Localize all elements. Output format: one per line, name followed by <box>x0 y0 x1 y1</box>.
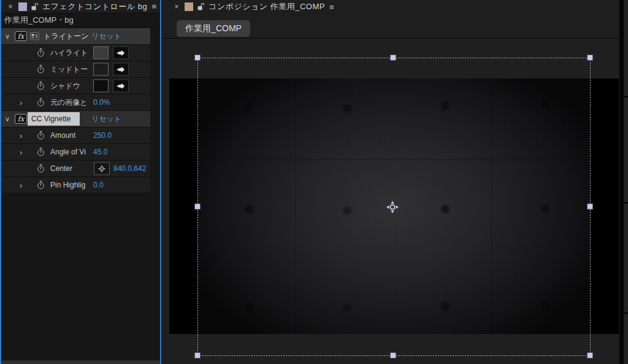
param-label: ミッドトー <box>50 64 88 75</box>
effect-controls-header: × エフェクトコントロール bg ≡ <box>1 0 160 13</box>
effect-icon <box>30 32 39 40</box>
composition-tab-strip: 作業用_COMP <box>161 13 619 39</box>
pin-value[interactable]: 0.0 <box>93 181 104 189</box>
texture-seam <box>491 78 492 334</box>
effect-name-tritone: トライトーン <box>44 31 88 42</box>
selection-handle-top-right[interactable] <box>587 55 593 61</box>
close-panel-icon[interactable]: × <box>7 2 14 11</box>
selection-handle-mid-right[interactable] <box>587 203 593 210</box>
param-label: シャドウ <box>50 81 80 91</box>
stopwatch-icon[interactable] <box>37 181 45 190</box>
selection-handle-bottom-center[interactable] <box>390 352 396 358</box>
selection-handle-bottom-left[interactable] <box>194 352 201 358</box>
param-row-blend-original: › 元の画像と 0.0% <box>1 94 150 111</box>
composition-title: コンポジション 作業用_COMP <box>209 1 325 12</box>
texture-seam <box>295 78 296 334</box>
eyedropper-icon[interactable] <box>113 80 129 93</box>
selection-handle-top-center[interactable] <box>390 55 396 61</box>
composition-header: × コンポジション 作業用_COMP ≡ <box>161 0 619 13</box>
reset-tritone-link[interactable]: リセット <box>91 31 121 42</box>
highlights-color-swatch[interactable] <box>93 47 109 59</box>
param-row-center: Center 840.0,642 <box>1 161 150 177</box>
stopwatch-icon[interactable] <box>37 131 45 140</box>
effect-name-cc-vignette[interactable]: CC Vignette <box>28 112 80 126</box>
selection-handle-top-left[interactable] <box>194 55 201 61</box>
reset-vignette-link[interactable]: リセット <box>91 114 121 124</box>
selection-handle-bottom-right[interactable] <box>587 352 593 358</box>
angle-value[interactable]: 45.0 <box>93 148 107 156</box>
close-panel-icon[interactable]: × <box>173 2 180 11</box>
form-tie-holes <box>245 103 253 112</box>
effect-parameter-list: ∨ fx トライトーン リセット ハイライト <box>1 28 160 360</box>
chevron-right-icon[interactable]: › <box>20 148 22 157</box>
eyedropper-icon[interactable] <box>113 63 129 76</box>
stopwatch-icon[interactable] <box>37 48 45 58</box>
eyedropper-icon[interactable] <box>113 47 129 59</box>
panel-divider <box>624 96 628 97</box>
param-row-midtones: ミッドトー <box>1 61 150 78</box>
composition-tab[interactable]: 作業用_COMP <box>177 20 250 37</box>
panel-gap <box>619 0 624 364</box>
selection-handle-mid-left[interactable] <box>194 203 201 210</box>
comp-layer-breadcrumb: 作業用_COMP・bg <box>1 13 160 28</box>
fx-toggle-icon[interactable]: fx <box>15 114 27 124</box>
stopwatch-icon[interactable] <box>37 65 45 74</box>
adjacent-panel-sliver <box>624 0 628 364</box>
param-label: Amount <box>50 131 75 140</box>
stopwatch-icon[interactable] <box>37 82 45 91</box>
effect-header-cc-vignette[interactable]: ∨ fx CC Vignette リセット <box>1 111 150 127</box>
panel-group-color-chip <box>18 2 27 11</box>
point-crosshair-icon[interactable] <box>94 162 110 175</box>
panel-menu-icon[interactable]: ≡ <box>151 2 156 11</box>
stopwatch-icon[interactable] <box>37 148 45 157</box>
param-label: Center <box>50 164 72 173</box>
after-effects-workspace: { "colors": { "active_panel_border_blue"… <box>0 0 628 364</box>
chevron-right-icon[interactable]: › <box>20 181 22 190</box>
param-label: ハイライト <box>50 48 88 58</box>
composition-panel: × コンポジション 作業用_COMP ≡ 作業用_COMP <box>161 0 619 364</box>
param-label: Pin Highlig <box>50 181 85 189</box>
param-label: 元の画像と <box>50 97 88 108</box>
chevron-down-icon[interactable]: ∨ <box>5 32 10 40</box>
stopwatch-icon[interactable] <box>37 98 45 107</box>
blend-value[interactable]: 0.0% <box>93 98 110 107</box>
param-row-angle: › Angle of Vi 45.0 <box>1 144 150 161</box>
chevron-right-icon[interactable]: › <box>20 131 22 140</box>
effect-controls-title: エフェクトコントロール bg <box>42 1 147 12</box>
panel-bottom-strip <box>1 360 160 364</box>
panel-menu-icon[interactable]: ≡ <box>329 2 334 12</box>
panel-divider <box>624 313 628 314</box>
stopwatch-icon[interactable] <box>37 164 45 173</box>
unlock-icon[interactable] <box>31 2 38 11</box>
chevron-right-icon[interactable]: › <box>20 98 22 107</box>
amount-value[interactable]: 250.0 <box>93 131 112 140</box>
texture-seam <box>197 159 590 160</box>
param-row-pin-highlights: › Pin Highlig 0.0 <box>1 177 150 194</box>
unlock-icon[interactable] <box>197 2 204 11</box>
panel-group-color-chip <box>185 2 193 11</box>
fx-toggle-icon[interactable]: fx <box>15 31 27 41</box>
layer-anchor-point-icon[interactable] <box>385 200 400 214</box>
center-value[interactable]: 840.0,642 <box>113 164 146 173</box>
midtones-color-swatch[interactable] <box>93 63 109 76</box>
param-row-highlights: ハイライト <box>1 45 150 61</box>
effect-controls-panel: × エフェクトコントロール bg ≡ 作業用_COMP・bg ∨ fx <box>0 0 161 364</box>
texture-seam <box>197 293 590 294</box>
param-label: Angle of Vi <box>50 148 86 156</box>
effect-header-tritone[interactable]: ∨ fx トライトーン リセット <box>1 28 150 45</box>
param-row-shadows: シャドウ <box>1 78 150 94</box>
panel-divider <box>624 202 628 203</box>
param-row-amount: › Amount 250.0 <box>1 127 150 144</box>
shadows-color-swatch[interactable] <box>93 80 109 93</box>
chevron-down-icon[interactable]: ∨ <box>5 115 10 123</box>
